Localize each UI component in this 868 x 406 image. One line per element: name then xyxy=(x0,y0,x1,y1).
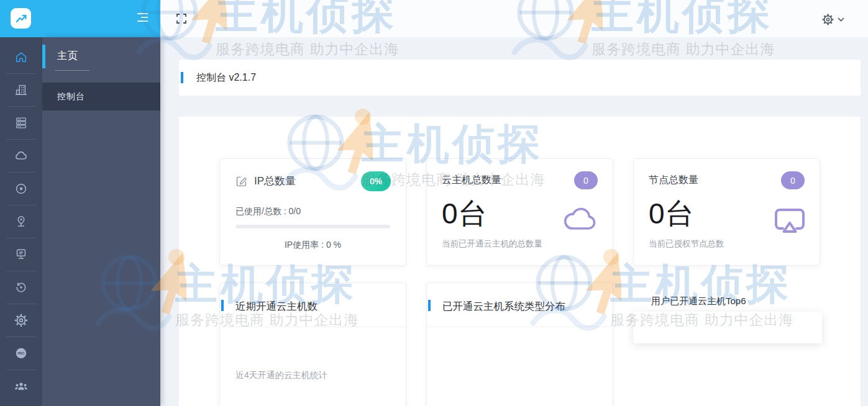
ip-usage-progressbar xyxy=(235,225,390,228)
airplay-icon xyxy=(774,206,806,237)
rail-divider xyxy=(6,73,36,74)
page-title: 控制台 v2.1.7 xyxy=(196,71,256,84)
app-logo[interactable] xyxy=(11,8,31,29)
main-panel: IP总数量 0% 已使用/总数 : 0/0 IP使用率 : 0 % 云主机总数量… xyxy=(179,117,861,406)
panel-os-distribution: 已开通云主机系统类型分布 xyxy=(426,282,613,406)
stat-card-hosts: 云主机总数量 0 0台 当前已开通云主机的总数量 xyxy=(426,158,613,266)
watermark-slogan: 服务跨境电商 助力中企出海 xyxy=(592,40,775,59)
trend-arrow-icon xyxy=(14,12,28,25)
panel-os-distribution-header: 已开通云主机系统类型分布 xyxy=(427,283,613,327)
sidebar-logo-bar xyxy=(0,0,160,37)
menu-item-home[interactable]: 主页 xyxy=(42,42,160,70)
panel-recent-hosts: 近期开通云主机数 近4天开通的云主机统计 xyxy=(219,282,406,406)
rail-divider xyxy=(6,205,36,205)
rail-divider xyxy=(6,139,36,140)
accent-bar xyxy=(181,72,183,83)
chevron-down-icon xyxy=(838,17,844,22)
nodes-count-badge: 0 xyxy=(781,171,805,189)
rail-divider xyxy=(6,336,36,337)
server-stack-icon xyxy=(14,116,28,130)
icon-rail: IP xyxy=(0,37,42,406)
users-icon xyxy=(14,379,29,394)
stat-card-nodes-caption: 当前已授权节点总数 xyxy=(649,238,724,250)
sidebar-item-servers[interactable] xyxy=(0,115,42,131)
stat-card-hosts-title: 云主机总数量 xyxy=(442,174,501,187)
rail-divider xyxy=(6,271,36,271)
page-title-bar: 控制台 v2.1.7 xyxy=(179,60,861,96)
rec-icon-label: REC xyxy=(17,351,25,355)
sidebar-item-locations[interactable] xyxy=(0,214,42,230)
disc-icon xyxy=(14,182,28,196)
panel-recent-hosts-header: 近期开通云主机数 xyxy=(220,283,406,327)
sidebar-item-recordings[interactable]: REC xyxy=(0,345,42,361)
menu-item-console-label: 控制台 xyxy=(57,91,85,102)
ip-icon-label: IP xyxy=(19,251,24,255)
edit-icon xyxy=(235,174,248,187)
history-icon xyxy=(14,281,28,294)
fullscreen-icon xyxy=(176,13,187,24)
rail-divider xyxy=(6,369,36,370)
sidebar-item-company[interactable] xyxy=(0,82,42,98)
sidebar-item-images[interactable] xyxy=(0,181,42,197)
cloud-icon xyxy=(563,206,599,235)
accent-bar xyxy=(221,300,224,311)
watermark-slogan: 服务跨境电商 助力中企出海 xyxy=(216,40,399,59)
rail-divider xyxy=(6,106,36,107)
stat-card-nodes-title: 节点总数量 xyxy=(649,174,698,187)
ip-monitor-icon: IP xyxy=(14,248,28,261)
building-icon xyxy=(14,83,28,97)
sidebar-item-ip[interactable]: IP xyxy=(0,246,42,263)
panel-recent-hosts-title: 近期开通云主机数 xyxy=(235,300,318,314)
menu-item-home-label: 主页 xyxy=(57,50,78,63)
collapse-menu-icon[interactable] xyxy=(135,13,148,23)
panel-top6-title: 用户已开通云主机Top6 xyxy=(651,295,746,307)
gear-icon xyxy=(14,314,28,327)
stat-card-ip: IP总数量 0% 已使用/总数 : 0/0 IP使用率 : 0 % xyxy=(219,158,406,266)
ip-usage-rate: IP使用率 : 0 % xyxy=(220,240,406,251)
nodes-count-value: 0台 xyxy=(649,195,695,233)
hosts-count-badge: 0 xyxy=(574,171,598,189)
settings-menu-button[interactable] xyxy=(822,12,851,27)
sidebar-item-settings[interactable] xyxy=(0,312,42,328)
ip-usage-text: 已使用/总数 : 0/0 xyxy=(235,206,301,217)
panel-top6-empty-list xyxy=(633,312,822,343)
panel-os-distribution-title: 已开通云主机系统类型分布 xyxy=(442,300,565,314)
topbar xyxy=(160,0,868,37)
rail-divider xyxy=(6,238,36,238)
sidebar-item-users[interactable] xyxy=(0,378,42,394)
accent-bar xyxy=(428,300,431,311)
gear-icon xyxy=(822,14,834,25)
home-icon xyxy=(14,50,28,64)
rail-divider xyxy=(6,172,36,173)
fullscreen-button[interactable] xyxy=(176,13,187,24)
stat-card-nodes: 节点总数量 0 0台 当前已授权节点总数 xyxy=(633,158,820,266)
rec-icon: REC xyxy=(14,346,28,360)
sidebar-item-history[interactable] xyxy=(0,279,42,295)
map-pin-icon xyxy=(14,215,28,228)
dashboard-screen: IP xyxy=(0,0,868,406)
sidebar-item-home[interactable] xyxy=(0,49,42,65)
menu-panel: 主页 控制台 xyxy=(42,37,160,406)
cloud-icon xyxy=(14,148,29,163)
menu-item-console[interactable]: 控制台 xyxy=(42,83,160,111)
stat-card-hosts-caption: 当前已开通云主机的总数量 xyxy=(442,238,542,250)
panel-recent-hosts-caption: 近4天开通的云主机统计 xyxy=(235,370,327,381)
sidebar-item-cloud[interactable] xyxy=(0,148,42,164)
ip-usage-badge: 0% xyxy=(361,171,391,191)
hosts-count-value: 0台 xyxy=(442,195,488,233)
rail-divider xyxy=(6,304,36,304)
menu-divider xyxy=(55,70,89,71)
stat-card-ip-title: IP总数量 xyxy=(254,174,296,188)
